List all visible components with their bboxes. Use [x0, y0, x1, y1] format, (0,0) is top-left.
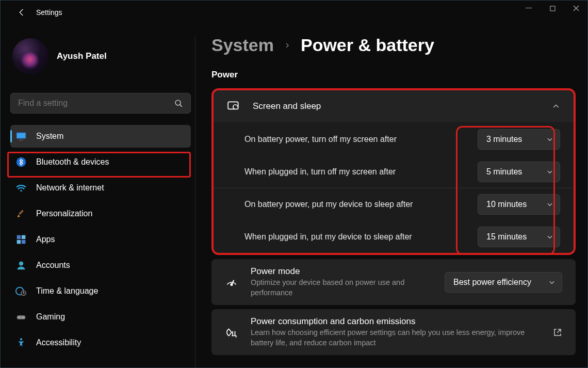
sidebar-item-label: Apps: [36, 235, 55, 244]
dropdown-value: 3 minutes: [486, 135, 522, 144]
avatar[interactable]: [12, 38, 48, 74]
setting-label: On battery power, put my device to sleep…: [244, 200, 478, 209]
close-button[interactable]: [564, 0, 588, 17]
screen-off-battery-dropdown[interactable]: 3 minutes: [478, 129, 560, 150]
sidebar-item-system[interactable]: System: [10, 125, 191, 148]
screen-off-plugged-dropdown[interactable]: 5 minutes: [478, 162, 560, 182]
section-title-power: Power: [211, 70, 576, 80]
chevron-down-icon: [546, 233, 553, 241]
bluetooth-icon: [15, 156, 27, 168]
sidebar-item-gaming[interactable]: Gaming: [10, 306, 191, 328]
svg-point-17: [19, 317, 20, 318]
power-mode-desc: Optimize your device based on power use …: [251, 278, 432, 298]
power-mode-card[interactable]: Power mode Optimize your device based on…: [211, 259, 576, 305]
person-icon: [15, 260, 27, 271]
sidebar-item-label: Time & language: [36, 286, 98, 296]
dropdown-value: 5 minutes: [486, 167, 522, 177]
chevron-right-icon: [284, 42, 290, 49]
svg-rect-12: [22, 240, 26, 244]
setting-label: When plugged in, put my device to sleep …: [244, 232, 478, 242]
chevron-down-icon: [548, 279, 556, 286]
sidebar-item-personalization[interactable]: Personalization: [10, 202, 191, 225]
svg-point-13: [19, 262, 23, 266]
sidebar-item-label: System: [36, 132, 63, 141]
sidebar-item-accounts[interactable]: Accounts: [10, 254, 191, 277]
chevron-down-icon: [546, 136, 553, 143]
svg-point-2: [175, 100, 181, 105]
monitor-icon: [15, 131, 27, 142]
svg-rect-10: [22, 235, 26, 239]
screen-sleep-header[interactable]: Screen and sleep: [214, 90, 574, 122]
svg-rect-8: [19, 210, 24, 215]
sidebar-item-label: Accounts: [36, 261, 70, 270]
wifi-icon: [15, 182, 27, 194]
chevron-down-icon: [546, 168, 553, 175]
svg-rect-16: [17, 315, 26, 319]
search-input-field[interactable]: [18, 99, 174, 108]
paintbrush-icon: [15, 208, 27, 219]
window-title: Settings: [32, 8, 62, 17]
dropdown-value: Best power efficiency: [453, 278, 531, 287]
sidebar-item-time[interactable]: Time & language: [10, 280, 191, 302]
carbon-emissions-card[interactable]: Power consumption and carbon emissions L…: [211, 309, 576, 355]
svg-rect-1: [550, 6, 554, 10]
sidebar-item-apps[interactable]: Apps: [10, 228, 191, 251]
svg-point-18: [23, 317, 24, 318]
power-mode-icon: [225, 276, 238, 289]
sidebar-item-network[interactable]: Network & internet: [10, 177, 191, 199]
setting-label: When plugged in, turn off my screen afte…: [244, 167, 478, 177]
sidebar-item-accessibility[interactable]: Accessibility: [10, 331, 191, 354]
sidebar-item-label: Accessibility: [36, 338, 81, 347]
chevron-up-icon: [552, 102, 560, 110]
apps-icon: [15, 234, 27, 245]
dropdown-value: 10 minutes: [486, 200, 527, 209]
minimize-button[interactable]: [517, 0, 541, 17]
svg-point-7: [20, 190, 22, 191]
carbon-title: Power consumption and carbon emissions: [251, 316, 541, 327]
carbon-desc: Learn how choosing efficient power setti…: [251, 328, 541, 348]
breadcrumb-leaf: Power & battery: [301, 35, 434, 55]
leaf-plug-icon: [225, 326, 238, 339]
search-input[interactable]: [10, 93, 191, 114]
svg-rect-11: [17, 240, 21, 244]
open-external-icon[interactable]: [553, 328, 562, 337]
power-mode-dropdown[interactable]: Best power efficiency: [445, 272, 562, 293]
search-icon: [174, 99, 183, 108]
power-mode-title: Power mode: [251, 266, 432, 277]
sidebar-item-label: Network & internet: [36, 183, 104, 193]
breadcrumb-root[interactable]: System: [211, 35, 274, 55]
setting-label: On battery power, turn off my screen aft…: [244, 135, 478, 144]
svg-rect-9: [17, 235, 21, 239]
breadcrumb: System Power & battery: [211, 35, 576, 55]
dropdown-value: 15 minutes: [486, 232, 527, 242]
clock-globe-icon: [15, 285, 27, 297]
sidebar-item-bluetooth[interactable]: Bluetooth & devices: [10, 151, 191, 173]
gamepad-icon: [15, 311, 27, 323]
sleep-battery-dropdown[interactable]: 10 minutes: [478, 194, 560, 215]
sidebar-item-label: Gaming: [36, 312, 65, 322]
screen-sleep-card: Screen and sleep On battery power, turn …: [211, 88, 576, 255]
sidebar-item-label: Personalization: [36, 209, 92, 218]
svg-rect-0: [526, 8, 532, 8]
chevron-down-icon: [546, 201, 553, 208]
svg-rect-4: [17, 133, 26, 138]
profile-name[interactable]: Ayush Patel: [57, 51, 107, 61]
sleep-plugged-dropdown[interactable]: 15 minutes: [478, 227, 560, 247]
svg-point-19: [20, 338, 22, 340]
accessibility-icon: [15, 337, 27, 348]
screen-sleep-title: Screen and sleep: [253, 101, 540, 111]
sidebar-divider: [195, 36, 195, 368]
back-button[interactable]: [11, 2, 32, 23]
maximize-button[interactable]: [541, 0, 564, 17]
sidebar-item-label: Bluetooth & devices: [36, 157, 109, 167]
svg-point-21: [231, 283, 232, 285]
screen-sleep-icon: [227, 100, 240, 113]
svg-rect-5: [19, 139, 23, 140]
